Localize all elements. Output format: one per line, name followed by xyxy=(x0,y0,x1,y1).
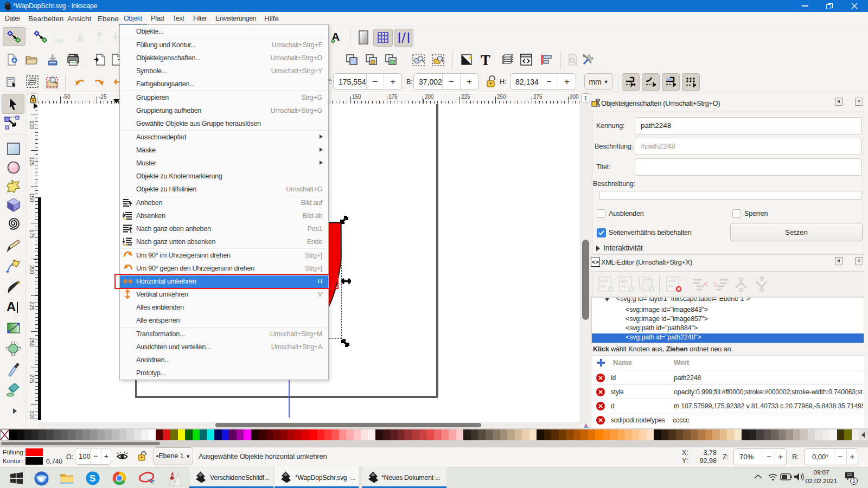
svg-text:<>: <> xyxy=(668,284,674,289)
svg-text:S: S xyxy=(90,473,95,484)
svg-text:xml: xml xyxy=(600,278,608,284)
svg-text:<>: <> xyxy=(600,284,606,289)
svg-text:xml: xml xyxy=(668,278,675,284)
svg-text:abc: abc xyxy=(621,278,629,284)
svg-text:<>: <> xyxy=(621,284,627,289)
